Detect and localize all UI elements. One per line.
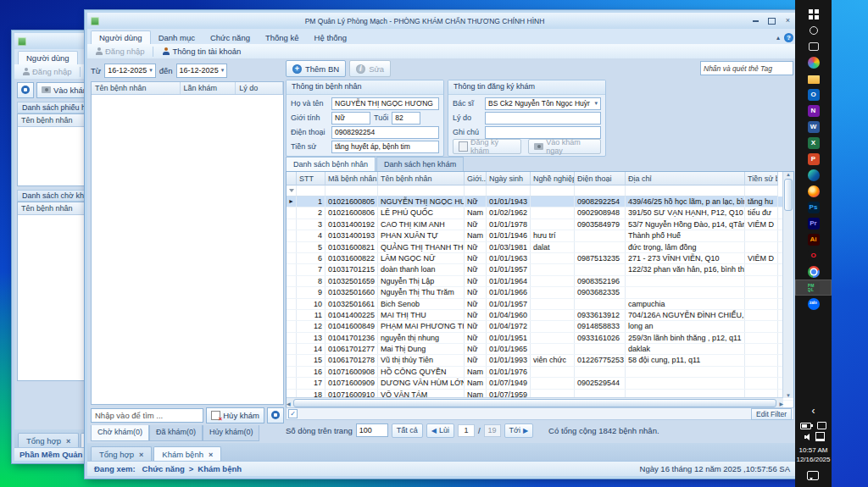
cell[interactable]: 15 — [297, 355, 326, 365]
word-icon[interactable]: W — [795, 119, 832, 135]
cell[interactable]: Nguyễn Thị Thu Trăm — [378, 287, 465, 297]
cell[interactable]: Nữ — [465, 344, 487, 354]
cell[interactable]: LÂM NGỌC NỮ — [378, 253, 465, 263]
cell[interactable]: NGUYỄN THỊ NGỌC HƯƠNG — [378, 196, 465, 207]
cell[interactable]: Nữ — [465, 219, 487, 230]
filter-cell[interactable] — [575, 185, 626, 196]
current-page[interactable]: 1 — [458, 424, 475, 437]
cell[interactable]: Nữ — [465, 299, 487, 309]
cell[interactable]: dalat — [531, 242, 575, 252]
breadcrumb-page[interactable]: Khám bệnh — [198, 464, 242, 473]
bg-view-button[interactable] — [17, 82, 34, 98]
cell[interactable] — [575, 230, 626, 241]
cell[interactable]: 01/01/1943 — [487, 196, 531, 207]
cell[interactable] — [531, 378, 575, 388]
cell[interactable] — [626, 276, 745, 286]
filter-cell[interactable] — [465, 185, 487, 196]
tab-huy-kham[interactable]: Hủy khám(0) — [203, 425, 260, 441]
column-header[interactable]: Nghề nghiệp — [531, 172, 575, 185]
cell[interactable] — [626, 378, 745, 388]
filter-cell[interactable] — [487, 185, 531, 196]
column-header[interactable]: Mã bệnh nhân — [326, 172, 378, 185]
cell[interactable]: 01/01/1964 — [487, 276, 531, 286]
cell[interactable]: 5 — [297, 242, 326, 252]
cell[interactable]: tiểu đư — [745, 208, 778, 218]
to-date-picker[interactable]: 16-12-2025▾ — [176, 64, 228, 78]
cell[interactable]: 01/02/1962 — [487, 208, 531, 218]
column-header[interactable]: STT — [297, 172, 326, 185]
tab-kham-benh[interactable]: Khám bệnh× — [153, 446, 221, 462]
cell[interactable]: 01/01/1963 — [487, 253, 531, 263]
cell[interactable]: QUẢNG THỊ THANH THỦY — [378, 242, 465, 252]
cell[interactable]: VIÊM D — [745, 253, 778, 263]
cell[interactable]: 01071600909 — [326, 378, 378, 388]
cell[interactable]: 01032501660 — [326, 287, 378, 297]
cell[interactable]: Vũ thị thủy Tiên — [378, 355, 465, 365]
close-button[interactable]: × — [782, 16, 793, 25]
exam-now-button[interactable]: Vào khám ngay — [528, 139, 601, 154]
tray-expand-icon[interactable]: ‹ — [811, 406, 815, 416]
filter-cell[interactable] — [378, 185, 465, 196]
cell[interactable] — [745, 333, 778, 343]
tab-tong-hop[interactable]: Tổng hợp× — [91, 446, 152, 462]
cell[interactable]: 01031600822 — [326, 253, 378, 263]
cell[interactable]: 01/07/1949 — [487, 378, 531, 388]
taskbar-clock[interactable]: 10:57 AM 12/16/2025 — [796, 446, 830, 465]
cell[interactable]: 01/03/1981 — [487, 242, 531, 252]
cell[interactable] — [745, 321, 778, 331]
start-icon[interactable] — [795, 6, 832, 22]
cell[interactable]: 17 — [297, 378, 326, 388]
cell[interactable]: 0903584979 — [575, 219, 626, 230]
filter-cell[interactable] — [626, 185, 745, 196]
tag-scan-input[interactable]: Nhấn và quét thẻ Tag — [700, 61, 793, 75]
cell[interactable] — [531, 310, 575, 320]
scroll-right-icon[interactable]: ▶ — [779, 401, 783, 407]
cell[interactable]: Nữ — [465, 310, 487, 320]
cell[interactable] — [745, 287, 778, 297]
next-page-button[interactable]: Tới▶ — [504, 423, 534, 438]
cell[interactable]: 01/01/1993 — [487, 355, 531, 365]
battery-icon[interactable] — [800, 423, 811, 429]
cell[interactable]: Nam — [465, 230, 487, 241]
rows-per-page-input[interactable]: 100 — [356, 423, 388, 437]
cell[interactable]: Bich Senob — [378, 299, 465, 309]
cell[interactable] — [531, 253, 575, 263]
cell[interactable]: 1 — [297, 196, 326, 207]
cell[interactable]: 0902529544 — [575, 378, 626, 388]
cell[interactable]: Nữ — [465, 196, 487, 207]
cell[interactable]: Nam — [465, 378, 487, 388]
all-button[interactable]: Tất cả — [392, 423, 423, 438]
excel-icon[interactable]: X — [795, 135, 832, 151]
cell[interactable] — [531, 219, 575, 230]
edge-icon[interactable] — [795, 167, 832, 183]
cell[interactable]: Nữ — [465, 321, 487, 331]
column-header[interactable]: Giới... — [465, 172, 487, 185]
cell[interactable]: 0933613912 — [575, 310, 626, 320]
cell[interactable]: Mai Thị Dung — [378, 344, 465, 354]
table-row[interactable]: 401031400193PHAN XUÂN TỰNam01/01/1946hưu… — [287, 230, 793, 241]
cell[interactable]: 01/01/1957 — [487, 264, 531, 274]
column-header[interactable]: Ngày sinh — [487, 172, 531, 185]
cell[interactable]: 01061701277 — [326, 344, 378, 354]
cancel-exam-button[interactable]: Hủy khám — [206, 407, 264, 423]
cell[interactable] — [531, 333, 575, 343]
zalo-icon[interactable]: zalo — [795, 296, 832, 312]
cell[interactable]: 01021600806 — [326, 208, 378, 218]
register-exam-button[interactable]: Đăng ký khám — [453, 139, 521, 154]
main-window[interactable]: PM Quản Lý Phòng Mạch - PHÒNG KHÁM CHẤN … — [85, 10, 799, 479]
color-wheel-app-icon[interactable] — [795, 54, 832, 70]
table-row[interactable]: ►101021600805NGUYỄN THỊ NGỌC HƯƠNGNữ01/0… — [287, 196, 793, 208]
edit-filter-button[interactable]: Edit Filter — [751, 408, 792, 420]
table-row[interactable]: 201021600806LÊ PHÚ QUỐCNam01/02/19620902… — [287, 208, 793, 219]
tab-cho-kham[interactable]: Chờ khám(0) — [91, 425, 149, 441]
table-row[interactable]: 1201041600849PHẠM MAI PHƯƠNG THỦYNữ01/04… — [287, 321, 793, 332]
cell[interactable] — [575, 242, 626, 252]
cell[interactable]: đức trọng, lâm đồng — [626, 242, 745, 252]
cell[interactable]: 0914858833 — [575, 321, 626, 331]
filter-cell[interactable] — [745, 185, 778, 196]
onenote-icon[interactable]: N — [795, 102, 832, 119]
cell[interactable]: doàn thanh loan — [378, 264, 465, 274]
cell[interactable]: 58 đội cung, p11, q11 — [626, 355, 745, 365]
login-button[interactable]: Đăng nhập — [90, 46, 149, 57]
cell[interactable]: Nữ — [465, 333, 487, 343]
